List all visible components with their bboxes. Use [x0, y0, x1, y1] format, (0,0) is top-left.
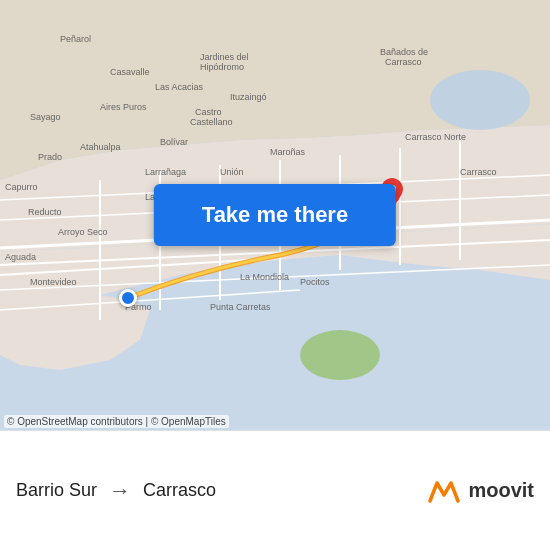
svg-text:Hipódromo: Hipódromo — [200, 62, 244, 72]
bottom-bar: Barrio Sur → Carrasco moovit — [0, 430, 550, 550]
origin-label: Barrio Sur — [16, 480, 97, 501]
origin-marker — [119, 289, 137, 307]
route-info: Barrio Sur → Carrasco — [16, 478, 426, 504]
svg-text:Pocitos: Pocitos — [300, 277, 330, 287]
svg-text:Aires Puros: Aires Puros — [100, 102, 147, 112]
svg-text:Punta Carretas: Punta Carretas — [210, 302, 271, 312]
svg-text:Arroyo Seco: Arroyo Seco — [58, 227, 108, 237]
moovit-icon — [426, 473, 462, 509]
moovit-logo: moovit — [426, 473, 534, 509]
svg-text:Atahualpa: Atahualpa — [80, 142, 121, 152]
svg-text:Carrasco: Carrasco — [460, 167, 497, 177]
svg-text:Jardines del: Jardines del — [200, 52, 249, 62]
svg-text:Reducto: Reducto — [28, 207, 62, 217]
svg-text:Las Acacias: Las Acacias — [155, 82, 204, 92]
map-container: Sayago Casavalle Jardines del Hipódromo … — [0, 0, 550, 430]
svg-text:Castellano: Castellano — [190, 117, 233, 127]
svg-text:Peñarol: Peñarol — [60, 34, 91, 44]
take-me-there-button[interactable]: Take me there — [154, 184, 396, 246]
svg-text:Aguada: Aguada — [5, 252, 36, 262]
svg-text:Larrañaga: Larrañaga — [145, 167, 186, 177]
destination-label: Carrasco — [143, 480, 216, 501]
svg-text:Sayago: Sayago — [30, 112, 61, 122]
svg-point-20 — [430, 70, 530, 130]
svg-point-19 — [300, 330, 380, 380]
svg-text:Maroñas: Maroñas — [270, 147, 306, 157]
svg-text:Castro: Castro — [195, 107, 222, 117]
svg-rect-54 — [426, 473, 462, 509]
svg-text:Bolívar: Bolívar — [160, 137, 188, 147]
moovit-brand-name: moovit — [468, 479, 534, 502]
svg-text:Prado: Prado — [38, 152, 62, 162]
map-attribution: © OpenStreetMap contributors | © OpenMap… — [4, 415, 229, 428]
svg-text:Casavalle: Casavalle — [110, 67, 150, 77]
svg-text:Montevideo: Montevideo — [30, 277, 77, 287]
svg-text:Ituzaingó: Ituzaingó — [230, 92, 267, 102]
svg-text:La Mondiola: La Mondiola — [240, 272, 289, 282]
svg-text:Unión: Unión — [220, 167, 244, 177]
svg-text:Carrasco Norte: Carrasco Norte — [405, 132, 466, 142]
svg-text:Bañados de: Bañados de — [380, 47, 428, 57]
route-arrow-icon: → — [109, 478, 131, 504]
svg-text:Carrasco: Carrasco — [385, 57, 422, 67]
svg-text:Capurro: Capurro — [5, 182, 38, 192]
